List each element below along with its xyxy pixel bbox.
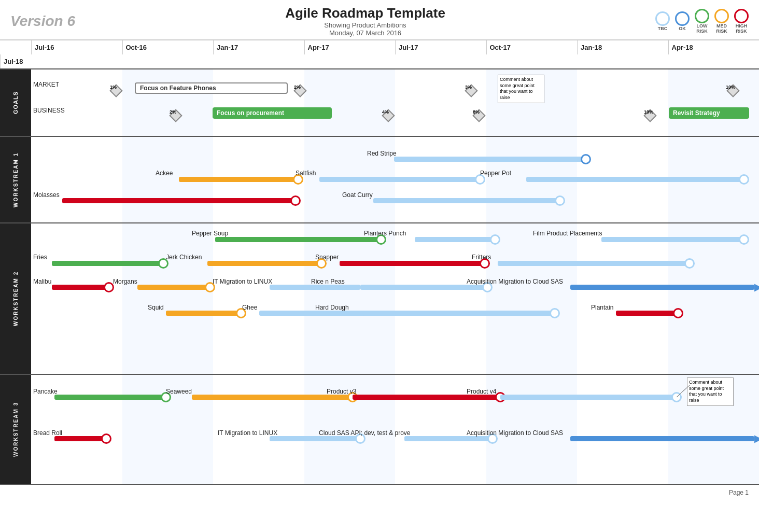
tl-jul16: Jul-16 <box>31 40 122 54</box>
fries-bar <box>52 261 163 266</box>
molasses-bar <box>62 198 296 203</box>
tl-jul18: Jul-18 <box>0 54 31 68</box>
jerk-chicken-bar <box>207 261 321 266</box>
bread-roll-milestone <box>101 433 111 444</box>
it-migration-linux-ws3-label: IT Migration to LINUX <box>218 429 277 437</box>
product-v3-label: Product v3 <box>327 388 356 395</box>
pancake-bar <box>54 395 166 400</box>
high-risk-circle <box>734 9 749 23</box>
workstream3-section: WORKSTREAM 3 Pancake Seaweed Product v3 … <box>0 375 759 485</box>
pepper-soup-label: Pepper Soup <box>192 230 228 237</box>
header: Version 6 Agile Roadmap Template Showing… <box>0 0 759 40</box>
goat-curry-milestone <box>555 195 565 206</box>
legend-high-risk: HIGHRISK <box>734 9 749 34</box>
acquisition-cloud-sas-ws2-label: Acquisition Migration to Cloud SAS <box>467 278 563 285</box>
malibu-label: Malibu <box>33 278 51 285</box>
morgans-label: Morgans <box>113 278 137 285</box>
med-risk-circle <box>714 9 729 23</box>
saltfish-bar <box>319 177 480 182</box>
film-placements-milestone <box>739 234 749 245</box>
planters-punch-bar <box>415 237 495 242</box>
comment-box-market: Comment about some great point that you … <box>498 75 544 103</box>
tl-oct16: Oct-16 <box>122 40 214 54</box>
tl-jan18: Jan-18 <box>577 40 668 54</box>
version-label: Version 6 <box>10 13 75 30</box>
diamond-market-10pct-label: 10% <box>726 85 735 90</box>
legend-ok: OK <box>675 11 690 31</box>
acquisition-cloud-sas-ws3-label: Acquisition Migration to Cloud SAS <box>467 429 563 437</box>
snapper-bar <box>340 261 485 266</box>
it-migration-linux-ws2-bar <box>270 285 360 290</box>
ws3-label: WORKSTREAM 3 <box>0 375 31 484</box>
ws2-label: WORKSTREAM 2 <box>0 223 31 374</box>
tl-jul17: Jul-17 <box>395 40 486 54</box>
business-label: BUSINESS <box>33 107 65 114</box>
legend-tbc: TBC <box>655 11 670 31</box>
film-placements-bar <box>601 237 744 242</box>
ws2-content: Pepper Soup Planters Punch Film Product … <box>31 223 759 374</box>
tl-oct17: Oct-17 <box>486 40 578 54</box>
planters-punch-label: Planters Punch <box>364 230 406 237</box>
plantain-milestone <box>673 308 683 318</box>
plantain-bar <box>616 311 678 316</box>
ok-circle <box>675 11 690 26</box>
malibu-milestone <box>104 282 114 292</box>
diamond-biz-4pct-label: 4% <box>382 109 389 115</box>
pepper-pot-milestone <box>739 174 749 185</box>
legend-low-risk: LOWRISK <box>695 9 709 34</box>
hard-dough-label: Hard Dough <box>315 304 349 311</box>
pepper-pot-bar <box>526 177 744 182</box>
diamond-market-2pct-label: 2% <box>294 85 301 90</box>
fritters-label: Fritters <box>472 254 491 261</box>
ws1-content: Red Stripe Ackee Saltfish Pepper Pot Mol… <box>31 137 759 222</box>
focus-procurement-bar: Focus on procurement <box>213 107 332 119</box>
cloud-sas-api-label: Cloud SAS API; dev, test & prove <box>319 429 411 437</box>
ws3-content: Pancake Seaweed Product v3 Product v4 Co… <box>31 375 759 484</box>
diamond-market-1pct-label: 1% <box>110 85 117 90</box>
diamond-biz-2pct-label: 2% <box>170 109 176 115</box>
bread-roll-label: Bread Roll <box>33 429 62 437</box>
fries-label: Fries <box>33 254 47 261</box>
red-stripe-bar <box>394 157 586 162</box>
col-grid <box>31 69 759 136</box>
diamond-biz-10pct-label: 10% <box>644 109 653 115</box>
product-v4-label: Product v4 <box>467 388 496 395</box>
malibu-bar <box>52 285 109 290</box>
squid-bar <box>166 311 241 316</box>
legend-med-risk: MEDRISK <box>714 9 729 34</box>
tl-jan17: Jan-17 <box>213 40 304 54</box>
legend: TBC OK LOWRISK MEDRISK HIGHRISK <box>655 9 749 34</box>
planters-punch-milestone <box>490 234 500 245</box>
page-number: Page 1 <box>0 485 759 500</box>
pepper-soup-bar <box>215 237 381 242</box>
pepper-pot-label: Pepper Pot <box>480 170 511 177</box>
hard-dough-bar <box>363 311 555 316</box>
diamond-biz-8pct-label: 8% <box>473 109 480 115</box>
molasses-label: Molasses <box>33 191 60 199</box>
main-title: Agile Roadmap Template <box>285 5 445 21</box>
revisit-strategy-bar: Revisit Strategy <box>669 107 749 119</box>
bread-roll-bar <box>54 436 106 441</box>
fritters-milestone <box>684 258 695 269</box>
market-label: MARKET <box>33 81 59 88</box>
goals-content: MARKET BUSINESS 1% Focus on Feature Phon… <box>31 69 759 136</box>
it-migration-linux-ws2-label: IT Migration to LINUX <box>213 278 272 285</box>
red-stripe-label: Red Stripe <box>367 150 397 157</box>
title-block: Agile Roadmap Template Showing Product A… <box>285 5 445 37</box>
ghee-label: Ghee <box>242 304 257 311</box>
it-migration-linux-ws3-bar <box>270 436 360 441</box>
acquisition-cloud-sas-ws2-bar <box>570 285 754 290</box>
subtitle: Showing Product Ambitions <box>285 21 445 29</box>
goals-section: GOALS MARKET BUSINESS 1% Focus on Featur… <box>0 69 759 137</box>
hard-dough-milestone <box>550 308 560 318</box>
goals-label: GOALS <box>0 69 31 136</box>
product-v4-bar <box>500 395 677 400</box>
molasses-milestone <box>290 195 301 206</box>
rice-peas-label: Rice n Peas <box>311 278 345 285</box>
rice-peas-bar <box>360 285 487 290</box>
product-v3-bar <box>353 395 500 400</box>
comment-box-ws3: Comment about some great point that you … <box>687 377 734 406</box>
jerk-chicken-label: Jerk Chicken <box>166 254 202 261</box>
snapper-label: Snapper <box>315 254 339 261</box>
acquisition-cloud-sas-ws3-arrow: ▶ <box>754 433 759 444</box>
